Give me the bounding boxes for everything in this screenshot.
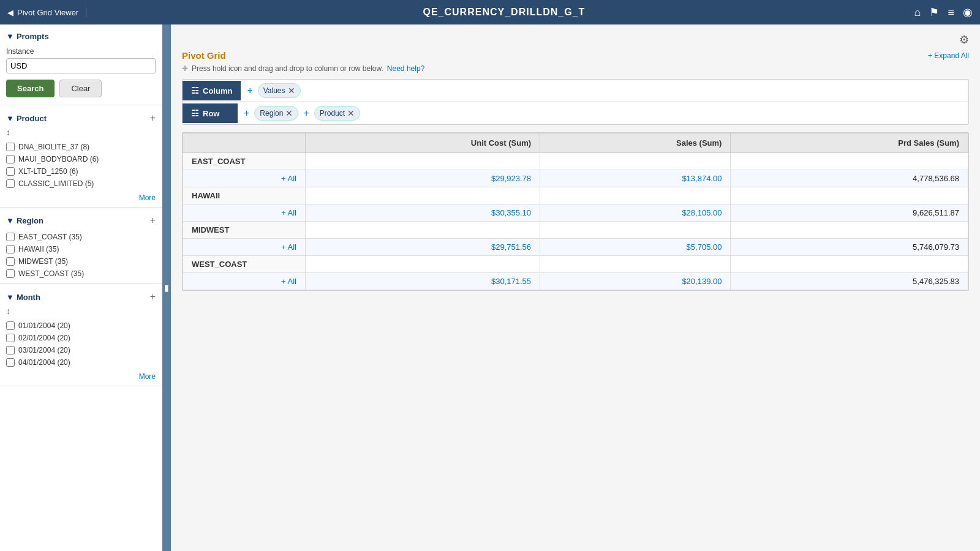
row-chips-area: + Region ✕ + Product ✕ [238,102,968,124]
th-unit-cost: Unit Cost (Sum) [306,133,540,153]
product-add-icon[interactable]: + [150,113,156,124]
region-midwest: MIDWEST [183,222,306,239]
list-item[interactable]: 02/01/2004 (20) [6,332,156,344]
month-checkbox-3[interactable] [6,358,15,367]
values-chip-remove[interactable]: ✕ [288,86,295,96]
table-row: + All $30,171.55 $20,139.00 5,476,325.83 [183,273,968,290]
sidebar-scroll[interactable]: ▼ Prompts Instance Search Clear ▼ Produc… [0,24,162,551]
expand-all-button[interactable]: + Expand All [928,51,969,60]
region-checkbox-0[interactable] [6,233,15,241]
clear-button[interactable]: Clear [59,80,102,97]
list-item[interactable]: MAUI_BODYBOARD (6) [6,153,156,165]
region-checkbox-2[interactable] [6,257,15,266]
month-checkbox-1[interactable] [6,334,15,342]
flag-icon[interactable]: ⚑ [929,6,939,19]
column-row: ☷ Column + Values ✕ [183,80,968,102]
list-item[interactable]: WEST_COAST (35) [6,268,156,280]
region-item-0: EAST_COAST (35) [18,233,82,241]
product-checkbox-1[interactable] [6,155,15,163]
product-section: ▼ Product + ↕ DNA_BIOLITE_37 (8) MAUI_BO… [0,105,162,208]
topbar: ◀ Pivot Grid Viewer QE_CURRENCY_DRILLDN_… [0,0,980,24]
month-sort-icon[interactable]: ↕ [0,306,162,318]
list-item[interactable]: 03/01/2004 (20) [6,344,156,356]
east-coast-all-label[interactable]: + All [183,170,306,187]
topbar-icons: ⌂ ⚑ ≡ ◉ [914,6,973,19]
row-add-chip-icon-2[interactable]: + [303,108,309,119]
region-title: ▼ Region [6,216,43,225]
midwest-prd-sales: 5,746,079.73 [731,239,968,256]
list-item[interactable]: HAWAII (35) [6,243,156,255]
month-item-2: 03/01/2004 (20) [18,346,70,354]
product-item-1: MAUI_BODYBOARD (6) [18,155,99,163]
pivot-grid-title: Pivot Grid [182,50,226,61]
list-item[interactable]: MIDWEST (35) [6,255,156,268]
product-sort-icon[interactable]: ↕ [0,127,162,140]
midwest-prd-sales-empty [731,222,968,239]
region-chip-remove[interactable]: ✕ [285,108,293,118]
product-more-link[interactable]: More [0,191,162,204]
product-chip-remove[interactable]: ✕ [347,108,355,118]
sidebar-collapse-handle[interactable]: ▮ [162,24,171,551]
region-hawaii: HAWAII [183,187,306,204]
column-add-chip-icon[interactable]: + [247,85,252,96]
pivot-table: Unit Cost (Sum) Sales (Sum) Prd Sales (S… [183,133,968,290]
month-section: ▼ Month + ↕ 01/01/2004 (20) 02/01/2004 (… [0,284,162,386]
month-more-link[interactable]: More [0,370,162,383]
region-checkbox-3[interactable] [6,269,15,278]
collapse-icon: ▮ [164,283,169,293]
row-add-chip-icon[interactable]: + [244,108,249,119]
th-prd-sales: Prd Sales (Sum) [731,133,968,153]
hawaii-unit-cost-empty [306,187,540,204]
sidebar: ▼ Prompts Instance Search Clear ▼ Produc… [0,24,162,551]
region-section: ▼ Region + EAST_COAST (35) HAWAII (35) [0,208,162,284]
west-coast-all-label[interactable]: + All [183,273,306,290]
midwest-all-label[interactable]: + All [183,239,306,256]
pivot-controls: ☷ Column + Values ✕ ☷ Row + [182,79,969,125]
month-item-1: 02/01/2004 (20) [18,334,70,342]
table-row: HAWAII [183,187,968,204]
list-item[interactable]: 01/01/2004 (20) [6,320,156,332]
drag-hint-text: Press hold icon and drag and drop to col… [192,64,383,73]
month-add-icon[interactable]: + [150,291,156,302]
month-arrow-icon: ▼ [6,293,14,302]
list-item[interactable]: CLASSIC_LIMITED (5) [6,178,156,190]
column-grid-icon: ☷ [191,86,199,96]
table-row: MIDWEST [183,222,968,239]
need-help-link[interactable]: Need help? [387,64,424,73]
product-item-2: XLT-LTD_1250 (6) [18,167,78,176]
product-checkbox-3[interactable] [6,179,15,188]
list-item[interactable]: EAST_COAST (35) [6,231,156,243]
month-title: ▼ Month [6,293,40,302]
region-east-coast: EAST_COAST [183,153,306,170]
west-coast-sales: $20,139.00 [540,273,731,290]
search-clear-row: Search Clear [0,77,162,102]
region-add-icon[interactable]: + [150,215,156,226]
region-filter-list: EAST_COAST (35) HAWAII (35) MIDWEST (35)… [0,230,162,281]
west-coast-prd-sales: 5,476,325.83 [731,273,968,290]
month-header[interactable]: ▼ Month + [0,289,162,306]
month-checkbox-2[interactable] [6,346,15,354]
table-row: WEST_COAST [183,256,968,273]
east-coast-unit-cost-empty [306,153,540,170]
list-item[interactable]: 04/01/2004 (20) [6,356,156,369]
region-item-3: WEST_COAST (35) [18,269,84,278]
list-item[interactable]: DNA_BIOLITE_37 (8) [6,141,156,153]
instance-input[interactable] [6,58,156,73]
hawaii-all-label[interactable]: + All [183,204,306,222]
region-checkbox-1[interactable] [6,245,15,253]
menu-icon[interactable]: ≡ [948,6,954,19]
content-gear-row: ⚙ [182,33,969,47]
midwest-sales-empty [540,222,731,239]
back-button[interactable]: ◀ Pivot Grid Viewer [7,8,86,17]
month-checkbox-0[interactable] [6,321,15,330]
region-header[interactable]: ▼ Region + [0,212,162,230]
prompts-header[interactable]: ▼ Prompts [0,29,162,45]
product-checkbox-0[interactable] [6,143,15,151]
user-icon[interactable]: ◉ [963,6,973,19]
product-header[interactable]: ▼ Product + [0,110,162,127]
list-item[interactable]: XLT-LTD_1250 (6) [6,165,156,178]
product-checkbox-2[interactable] [6,167,15,176]
search-button[interactable]: Search [6,80,55,97]
settings-icon[interactable]: ⚙ [959,33,969,47]
home-icon[interactable]: ⌂ [914,6,921,19]
